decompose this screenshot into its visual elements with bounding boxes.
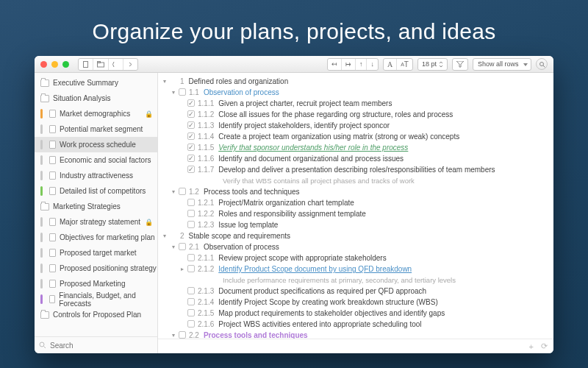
outline-row[interactable]: 1.1.1Given a project charter, recruit pr… <box>179 98 553 109</box>
close-icon[interactable] <box>40 61 47 68</box>
sidebar-item[interactable]: Marketing Strategies <box>35 199 157 214</box>
row-text: Project WBS activities entered into appr… <box>218 319 421 330</box>
sidebar-item[interactable]: Executive Summary <box>35 75 157 91</box>
disclosure-triangle[interactable]: ▾ <box>170 87 177 98</box>
history-button[interactable] <box>109 59 123 70</box>
disclosure-triangle[interactable]: ▾ <box>170 330 177 339</box>
outline-row[interactable]: 1.1.2Close all issues for the phase rega… <box>179 109 553 120</box>
checkbox[interactable] <box>187 99 195 107</box>
outline-row[interactable]: ▾2.2Process tools and techniques <box>170 330 553 339</box>
outline-row[interactable]: 1.2.2Roles and responsibility assignment… <box>179 208 553 219</box>
sidebar-item[interactable]: Work process schedule <box>35 137 157 152</box>
outdent-button[interactable]: ↤ <box>328 59 342 70</box>
outline-row[interactable]: ▾1.1Observation of process <box>170 87 553 98</box>
disclosure-triangle[interactable]: ▾ <box>161 76 168 87</box>
outline-row[interactable]: 1.1.7Develop and deliver a presentation … <box>179 164 553 175</box>
move-down-button[interactable]: ↓ <box>367 59 378 70</box>
sidebar-item-label: Proposed Marketing <box>60 280 126 288</box>
checkbox[interactable] <box>187 287 195 294</box>
move-up-button[interactable]: ↑ <box>356 59 368 70</box>
outline-row[interactable]: 2.1.5Map product requirements to stakeho… <box>179 308 553 319</box>
document-icon <box>49 187 56 195</box>
sidebar-item[interactable]: Potential market segment <box>35 121 157 137</box>
outline-row[interactable]: 2.1.6Project WBS activities entered into… <box>179 319 553 330</box>
checkbox[interactable] <box>187 121 195 129</box>
minimize-icon[interactable] <box>51 61 58 68</box>
checkbox[interactable] <box>187 298 195 305</box>
sidebar-item[interactable]: Objectives for marketing plan <box>35 230 157 245</box>
disclosure-triangle[interactable]: ▾ <box>170 241 177 252</box>
outline-row[interactable]: Include performance requirements at prim… <box>179 275 553 286</box>
outline-row[interactable]: ▾1Defined roles and organization <box>161 76 553 87</box>
checkbox[interactable] <box>187 309 195 316</box>
row-note: Include performance requirements at prim… <box>223 275 456 286</box>
checkbox[interactable] <box>179 88 186 96</box>
disclosure-triangle[interactable]: ▸ <box>179 263 186 275</box>
sidebar-item-label: Proposed target market <box>60 249 137 257</box>
sidebar-item[interactable]: Proposed Marketing <box>35 276 157 291</box>
disclosure-triangle[interactable]: ▾ <box>170 186 177 197</box>
document-icon <box>49 110 56 118</box>
indent-button[interactable]: ↦ <box>342 59 356 70</box>
outline-row[interactable]: ▾2.1Observation of process <box>170 241 553 252</box>
more-button[interactable] <box>123 59 137 70</box>
checkbox[interactable] <box>187 199 195 206</box>
outline-row[interactable]: 2.1.1Review project scope with appropria… <box>179 252 553 263</box>
sidebar-item-label: Proposed positioning strategy <box>60 264 157 272</box>
sidebar-item[interactable]: Proposed target market <box>35 245 157 261</box>
outline-row[interactable]: ▾1.2Process tools and techniques <box>170 186 553 197</box>
checkbox[interactable] <box>179 331 186 339</box>
new-doc-button[interactable] <box>79 59 93 70</box>
checkbox[interactable] <box>187 110 195 118</box>
sidebar-item[interactable]: Economic and social factors <box>35 152 157 168</box>
document-icon <box>49 125 56 133</box>
add-row-button[interactable]: + <box>529 342 534 351</box>
outline-row[interactable]: Verify that WBS contains all project pha… <box>179 175 553 186</box>
checkbox[interactable] <box>179 243 186 250</box>
sidebar-item[interactable]: Financials, Budget, and Forecasts <box>35 291 157 307</box>
font-size-field[interactable]: 18 pt <box>417 58 448 71</box>
sidebar-item[interactable]: Proposed positioning strategy <box>35 261 157 276</box>
checkbox[interactable] <box>187 166 195 173</box>
search-button[interactable] <box>536 58 548 70</box>
text-size-button[interactable]: AT <box>397 59 412 70</box>
sidebar-item[interactable]: Industry attractiveness <box>35 168 157 183</box>
checkbox[interactable] <box>187 210 195 217</box>
sidebar-item[interactable]: Detailed list of competitors <box>35 183 157 199</box>
search-input[interactable] <box>50 342 123 350</box>
sidebar-item-label: Work process schedule <box>60 141 136 149</box>
filter-icon[interactable] <box>453 59 467 70</box>
lock-icon: 🔒 <box>145 219 153 226</box>
outline-row[interactable]: 1.2.3Issue log template <box>179 219 553 230</box>
zoom-icon[interactable] <box>62 61 69 68</box>
font-button[interactable]: A <box>384 59 397 70</box>
outline-row[interactable]: ▾2Stable scope and requirements <box>161 230 553 241</box>
checkbox[interactable] <box>187 320 195 328</box>
outline-row[interactable]: 1.1.4Create a project team organization … <box>179 131 553 142</box>
checkbox[interactable] <box>179 188 186 195</box>
outline-row[interactable]: ▸2.1.2Identify Product Scope document by… <box>179 263 553 275</box>
checkbox[interactable] <box>187 254 195 261</box>
outline-row[interactable]: 1.1.3Identify project stakeholders, iden… <box>179 120 553 131</box>
checkbox[interactable] <box>187 144 195 151</box>
outline-row[interactable]: 1.2.1Project/Matrix organization chart t… <box>179 197 553 208</box>
outline-row[interactable]: 2.1.3Document product specifications as … <box>179 286 553 297</box>
checkbox[interactable] <box>187 221 195 228</box>
sidebar-item[interactable]: Controls for Proposed Plan <box>35 307 157 322</box>
document-icon <box>49 295 55 303</box>
filter-select[interactable]: Show all rows <box>473 58 531 71</box>
outline-row[interactable]: 1.1.5Verify that sponsor understands his… <box>179 142 553 153</box>
sidebar-item[interactable]: Situation Analysis <box>35 91 157 106</box>
checkbox[interactable] <box>187 155 195 162</box>
outline-row[interactable]: 2.1.4Identify Project Scope by creating … <box>179 297 553 308</box>
sidebar-item[interactable]: Major strategy statement🔒 <box>35 214 157 230</box>
outline-row[interactable]: 1.1.6Identify and document organizationa… <box>179 153 553 164</box>
sidebar-item[interactable]: Market demographics🔒 <box>35 106 157 121</box>
new-folder-button[interactable] <box>93 59 109 70</box>
checkbox[interactable] <box>187 265 195 272</box>
document-icon <box>49 156 56 164</box>
nav-group <box>78 58 138 71</box>
disclosure-triangle[interactable]: ▾ <box>161 230 168 241</box>
checkbox[interactable] <box>187 132 195 140</box>
sync-icon[interactable]: ⟳ <box>541 342 548 351</box>
